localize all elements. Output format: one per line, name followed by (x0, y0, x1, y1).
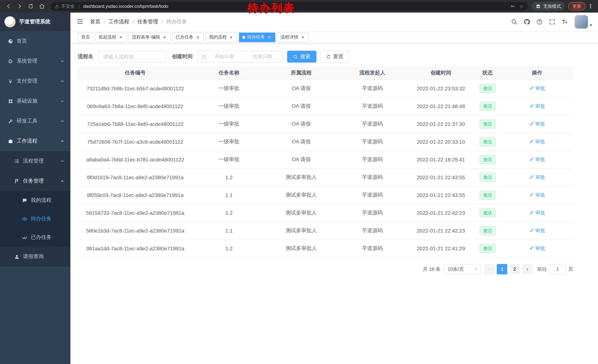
github-icon[interactable] (521, 16, 532, 27)
cell-name: 1.2 (193, 204, 265, 222)
reset-button[interactable]: 重置 (320, 51, 349, 63)
sidebar-item-system-management[interactable]: ⚙系统管理 (0, 51, 70, 71)
close-tab-icon[interactable]: × (267, 35, 272, 40)
help-icon[interactable] (534, 16, 545, 27)
sidebar-item-label: 请假查询 (23, 253, 65, 260)
cell-id: 069c6a63-7b8a-11ec-8ef0-acde48001122 (78, 97, 193, 115)
sidebar-item-label: 工作流程 (17, 138, 57, 145)
approve-link[interactable]: 审批 (529, 85, 545, 92)
approve-link[interactable]: 审批 (529, 156, 545, 163)
status-badge: 激活 (480, 84, 495, 93)
reset-button-label: 重置 (333, 53, 343, 60)
cell-time: 2022-01-22 18:25:41 (407, 151, 474, 169)
approve-link[interactable]: 审批 (529, 227, 545, 234)
close-tab-icon[interactable]: × (195, 35, 200, 40)
tab-my-process[interactable]: 我的流程× (206, 32, 237, 42)
infrastructure-icon (8, 98, 13, 104)
app-shell: 芋道管理系统 首页⚙系统管理¥支付管理基础设施研发工具工作流程流程管理任务管理我… (0, 13, 598, 364)
tab-start-process[interactable]: 发起流程× (95, 32, 127, 42)
sidebar-item-home[interactable]: 首页 (0, 31, 70, 51)
prev-page-button[interactable]: ‹ (484, 264, 495, 274)
tab-todo-tasks[interactable]: 待办任务× (239, 32, 275, 42)
done-tasks-icon (22, 235, 27, 240)
page-size-select[interactable]: 10条/页 ▾ (444, 264, 481, 274)
close-tab-icon[interactable]: × (229, 35, 234, 40)
edit-icon (529, 139, 534, 144)
key-icon[interactable] (510, 4, 515, 9)
close-tab-icon[interactable]: × (300, 35, 305, 40)
tab-form-edit[interactable]: 流程表单-编辑× (129, 32, 170, 42)
create-time-range-picker[interactable]: 开始日期 - 结束日期 (198, 51, 283, 63)
tab-done-tasks[interactable]: 已办任务× (172, 32, 204, 42)
sidebar-item-leave-query[interactable]: 请假查询 (0, 247, 70, 267)
approve-link[interactable]: 审批 (529, 103, 545, 110)
sidebar-item-task-management[interactable]: 任务管理 (0, 171, 70, 191)
approve-link-label: 审批 (535, 227, 545, 234)
tab-process-detail[interactable]: 流程详情× (277, 32, 309, 42)
approve-link[interactable]: 审批 (529, 210, 545, 216)
approve-link-label: 审批 (535, 121, 545, 127)
star-icon[interactable]: ☆ (519, 4, 523, 9)
sidebar-toggle-icon[interactable] (76, 18, 84, 26)
breadcrumb-item[interactable]: 工作流程 (108, 18, 129, 25)
process-name-label: 流程名 (78, 53, 93, 60)
cell-name: 一级审批 (193, 115, 265, 133)
update-button[interactable]: 更新 (568, 2, 585, 10)
cell-process: 测试多审批人 (265, 186, 337, 204)
approve-link[interactable]: 审批 (529, 245, 545, 252)
back-icon[interactable] (4, 1, 13, 11)
cell-starter: 芋道源码 (337, 151, 407, 169)
sidebar-item-dev-tools[interactable]: 研发工具 (0, 111, 70, 131)
tab-label: 流程详情 (281, 34, 298, 40)
reload-icon[interactable] (26, 1, 36, 11)
approve-link[interactable]: 审批 (529, 192, 545, 198)
font-size-icon[interactable] (559, 16, 570, 27)
cell-time: 2022-01-21 22:42:23 (407, 204, 474, 222)
approve-link[interactable]: 审批 (529, 121, 545, 127)
sidebar-item-todo-tasks[interactable]: 待办任务 (0, 210, 70, 228)
approve-link-label: 审批 (535, 245, 545, 252)
goto-page-input[interactable] (549, 264, 566, 274)
cell-name: 一级审批 (193, 80, 265, 97)
home-icon[interactable] (37, 1, 47, 11)
process-name-input[interactable] (98, 51, 166, 63)
search-button[interactable]: 搜索 (287, 51, 316, 63)
fullscreen-icon[interactable] (547, 16, 558, 27)
cell-status: 激活 (474, 151, 501, 169)
navbar: 首页/工作流程/任务管理/待办任务 ▾ (70, 13, 598, 31)
sidebar-item-infrastructure[interactable]: 基础设施 (0, 91, 70, 111)
breadcrumb-item[interactable]: 首页 (90, 18, 100, 25)
cell-status: 激活 (474, 169, 501, 186)
close-tab-icon[interactable]: × (162, 35, 167, 40)
app-logo-row[interactable]: 芋道管理系统 (0, 13, 70, 31)
sidebar-item-my-process[interactable]: 我的流程 (0, 191, 70, 210)
process-management-icon (14, 158, 20, 164)
cell-name: 1.1 (193, 186, 265, 204)
next-page-button[interactable]: › (522, 264, 532, 274)
approve-link[interactable]: 审批 (529, 138, 545, 145)
search-icon[interactable] (509, 16, 520, 27)
page-button-2[interactable]: 2 (509, 264, 520, 274)
browser-menu-icon[interactable]: ⋮ (587, 3, 594, 10)
url-text: dashboard.yudao.iocoder.cn/bpm/task/todo (83, 4, 508, 9)
status-badge: 激活 (480, 209, 495, 217)
cell-name: 一级审批 (193, 133, 265, 151)
forward-icon[interactable] (15, 1, 25, 11)
approve-link[interactable]: 审批 (529, 174, 545, 181)
sidebar-item-process-management[interactable]: 流程管理 (0, 151, 70, 171)
sidebar-item-workflow[interactable]: 工作流程 (0, 131, 70, 151)
cell-name: 1.2 (193, 240, 265, 257)
sidebar-item-label: 首页 (17, 38, 65, 44)
breadcrumb-item[interactable]: 任务管理 (137, 18, 158, 25)
edit-icon (529, 104, 534, 109)
sidebar-item-label: 流程管理 (23, 158, 57, 164)
table-row: 58154733-7ac8-11ec-a9e2-a2380e71991a1.2测… (78, 204, 573, 222)
close-tab-icon[interactable]: × (118, 35, 123, 40)
user-menu[interactable]: ▾ (575, 15, 592, 29)
pagination: 共 16 条 10条/页 ▾ ‹12› 前往 页 (78, 264, 573, 274)
sidebar-item-done-tasks[interactable]: 已办任务 (0, 228, 70, 247)
tab-home[interactable]: 首页 (78, 32, 93, 42)
page-button-1[interactable]: 1 (497, 264, 507, 274)
sidebar-item-payment-management[interactable]: ¥支付管理 (0, 71, 70, 91)
cell-actions: 审批 (501, 115, 573, 133)
